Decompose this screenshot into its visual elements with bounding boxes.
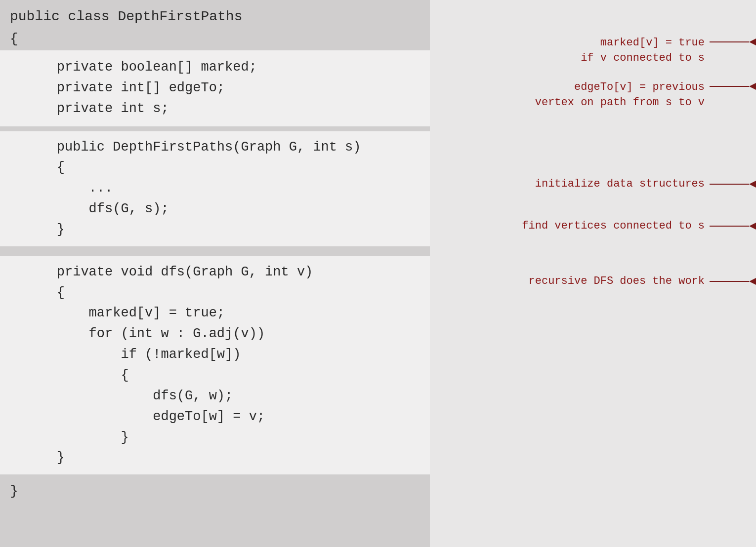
field-edgeto: private int[] edgeTo; <box>25 78 420 99</box>
dfs-close: } <box>25 448 420 469</box>
arrow-line <box>710 86 749 87</box>
constructor-close: } <box>25 220 420 240</box>
class-header: public class DepthFirstPaths <box>0 0 430 29</box>
constructor-ellipsis: ... <box>25 178 420 199</box>
annotation-recursive-arrow <box>710 278 756 285</box>
dfs-edgeto: edgeTo[w] = v; <box>25 407 420 428</box>
annotation-init: initialize data structures <box>430 177 756 192</box>
annotation-recursive-text: recursive DFS does the work <box>430 274 710 289</box>
constructor-block: public DepthFirstPaths(Graph G, int s) {… <box>0 131 430 246</box>
dfs-open: { <box>25 283 420 304</box>
annotation-marked-arrow <box>710 39 756 45</box>
dfs-inner-close: } <box>25 428 420 448</box>
code-panel: public class DepthFirstPaths { private b… <box>0 0 430 547</box>
arrow-head <box>749 39 756 45</box>
dfs-for: for (int w : G.adj(v)) <box>25 324 420 345</box>
arrow-line <box>710 184 749 185</box>
fields-block: private boolean[] marked; private int[] … <box>0 50 430 126</box>
outer-brace-close: } <box>0 479 430 499</box>
annotation-find-arrow <box>710 223 756 230</box>
field-s: private int s; <box>25 99 420 119</box>
arrow-head <box>749 278 756 285</box>
constructor-open: { <box>25 157 420 178</box>
annotation-edgeto-text: edgeTo[v] = previous vertex on path from… <box>430 80 710 111</box>
annotation-find: find vertices connected to s <box>430 219 756 234</box>
annotation-find-text: find vertices connected to s <box>430 219 710 234</box>
arrow-line <box>710 41 749 42</box>
dfs-call: dfs(G, w); <box>25 386 420 407</box>
annotation-init-text: initialize data structures <box>430 177 710 192</box>
constructor-sig: public DepthFirstPaths(Graph G, int s) <box>25 137 420 158</box>
arrow-line <box>710 226 749 227</box>
dfs-inner-open: { <box>25 365 420 386</box>
arrow-line <box>710 281 749 282</box>
annotation-edgeto-arrow <box>710 83 756 90</box>
field-marked: private boolean[] marked; <box>25 57 420 78</box>
arrow-head <box>749 181 756 188</box>
dfs-sig: private void dfs(Graph G, int v) <box>25 262 420 283</box>
separator-2 <box>0 251 430 256</box>
constructor-dfs-call: dfs(G, s); <box>25 199 420 220</box>
annotation-init-arrow <box>710 181 756 188</box>
separator-1 <box>0 126 430 131</box>
outer-brace-open: { <box>0 29 430 50</box>
dfs-block: private void dfs(Graph G, int v) { marke… <box>0 256 430 474</box>
dfs-if: if (!marked[w]) <box>25 345 420 365</box>
annotation-recursive: recursive DFS does the work <box>430 274 756 289</box>
annotation-panel: marked[v] = true if v connected to s edg… <box>430 0 756 547</box>
annotation-marked-text: marked[v] = true if v connected to s <box>430 36 710 66</box>
dfs-marked: marked[v] = true; <box>25 303 420 324</box>
arrow-head <box>749 83 756 90</box>
annotation-edgeto: edgeTo[v] = previous vertex on path from… <box>430 78 756 111</box>
annotation-marked: marked[v] = true if v connected to s <box>430 34 756 66</box>
arrow-head <box>749 223 756 230</box>
